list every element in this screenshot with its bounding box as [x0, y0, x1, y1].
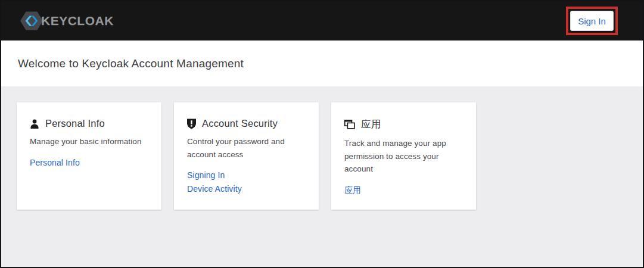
card-header: Personal Info — [30, 118, 148, 129]
card-header: Account Security — [187, 118, 306, 129]
personal-info-link[interactable]: Personal Info — [30, 156, 148, 170]
card-title: 应用 — [361, 118, 381, 131]
page-title: Welcome to Keycloak Account Management — [18, 57, 244, 70]
sign-in-button[interactable]: Sign In — [570, 11, 614, 31]
keycloak-account-page: KEYCLOAK Sign In Welcome to Keycloak Acc… — [0, 0, 644, 268]
card-links: Personal Info — [30, 156, 148, 170]
welcome-banner: Welcome to Keycloak Account Management — [1, 40, 643, 86]
card-description: Control your password and account access — [187, 135, 306, 161]
card-description: Track and manage your app permission to … — [344, 137, 463, 176]
user-icon — [30, 119, 39, 129]
device-activity-link[interactable]: Device Activity — [187, 182, 306, 196]
app-header: KEYCLOAK Sign In — [1, 1, 643, 40]
signing-in-link[interactable]: Signing In — [187, 169, 306, 182]
annotation-highlight-box: Sign In — [566, 7, 618, 35]
card-account-security: Account Security Control your password a… — [174, 102, 319, 210]
logo-text: KEYCLOAK — [41, 14, 114, 28]
card-title: Account Security — [202, 118, 278, 129]
card-title: Personal Info — [45, 118, 105, 129]
shield-exclamation-icon — [187, 119, 196, 129]
applications-icon — [344, 120, 355, 129]
card-header: 应用 — [344, 118, 463, 131]
keycloak-logo[interactable]: KEYCLOAK — [20, 11, 114, 31]
keycloak-hexagon-icon — [20, 11, 43, 31]
card-applications: 应用 Track and manage your app permission … — [331, 102, 476, 210]
card-links: Signing In Device Activity — [187, 169, 306, 195]
card-links: 应用 — [344, 183, 463, 197]
applications-link[interactable]: 应用 — [344, 183, 463, 197]
card-gallery: Personal Info Manage your basic informat… — [17, 102, 627, 210]
content-area: Personal Info Manage your basic informat… — [1, 86, 643, 210]
card-personal-info: Personal Info Manage your basic informat… — [17, 102, 161, 210]
card-description: Manage your basic information — [30, 135, 148, 148]
